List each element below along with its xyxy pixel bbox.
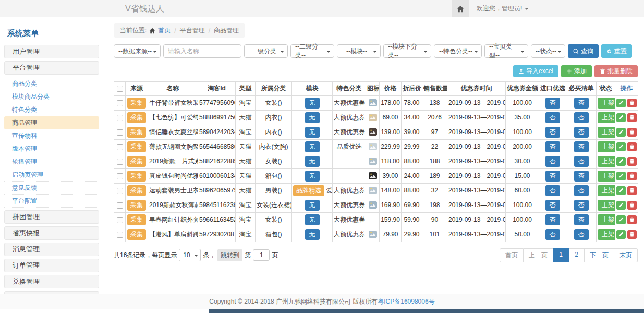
reset-button[interactable]: 重置 [601,44,632,58]
sidebar-item-商品分类[interactable]: 商品分类 [4,77,99,90]
sidebar-item-省惠快报[interactable]: 省惠快报 [4,226,99,240]
row-checkbox[interactable] [117,232,123,238]
module-none-button[interactable]: 无 [305,229,320,240]
delete-button[interactable] [627,157,637,166]
module-none-button[interactable]: 无 [305,214,320,225]
status-button[interactable]: 上架 [598,141,615,152]
must-buy-toggle[interactable]: 否 [574,112,589,123]
user-menu[interactable]: 欢迎您，管理员! [469,0,529,17]
edit-button[interactable] [616,128,626,137]
page-button-上一页[interactable]: 上一页 [524,248,553,262]
import-select-toggle[interactable]: 否 [545,141,560,152]
delete-button[interactable] [627,201,637,210]
delete-button[interactable] [627,186,637,195]
edit-button[interactable] [616,99,626,107]
sidebar-item-特色分类[interactable]: 特色分类 [4,103,99,116]
import-excel-button[interactable]: 导入excel [513,65,558,77]
module-none-button[interactable]: 无 [305,98,320,109]
must-buy-toggle[interactable]: 否 [574,156,589,167]
status-button[interactable]: 上架 [598,229,615,240]
row-checkbox[interactable] [117,202,123,209]
must-buy-toggle[interactable]: 否 [574,185,589,196]
row-checkbox[interactable] [117,217,123,223]
filter-select-模块下分类[interactable]: --模块下分类-- [383,44,431,58]
home-button[interactable] [452,0,469,17]
edit-button[interactable] [616,157,626,166]
row-checkbox[interactable] [117,188,123,194]
edit-button[interactable] [616,201,626,210]
edit-button[interactable] [616,113,626,122]
filter-select-状态[interactable]: --状态-- [531,44,565,58]
filter-select-宝贝类型[interactable]: --宝贝类型-- [484,44,528,58]
status-button[interactable]: 上架 [598,171,615,182]
edit-button[interactable] [616,172,626,180]
filter-select-二级分类[interactable]: --二级分类-- [290,44,334,58]
import-select-toggle[interactable]: 否 [545,98,560,109]
edit-button[interactable] [616,186,626,195]
status-button[interactable]: 上架 [598,185,615,196]
name-search-input[interactable] [163,44,241,58]
filter-select-模块[interactable]: --模块-- [337,44,381,58]
row-checkbox[interactable] [117,159,123,165]
module-none-button[interactable]: 无 [305,156,320,167]
must-buy-toggle[interactable]: 否 [574,200,589,211]
sidebar-item-拼团管理[interactable]: 拼团管理 [4,210,99,224]
row-checkbox[interactable] [117,129,123,136]
sidebar-item-意见反馈[interactable]: 意见反馈 [4,182,99,195]
must-buy-toggle[interactable]: 否 [574,141,589,152]
icp-link[interactable]: 粤ICP备16098006号 [378,297,434,306]
import-select-toggle[interactable]: 否 [545,112,560,123]
search-button[interactable]: 查询 [568,44,599,58]
edit-button[interactable] [616,142,626,151]
delete-button[interactable] [627,99,637,107]
sidebar-item-用户管理[interactable]: 用户管理 [4,45,99,58]
filter-select-一级分类[interactable]: 一级分类 [244,44,288,58]
page-button-1[interactable]: 1 [553,248,569,262]
import-select-toggle[interactable]: 否 [545,171,560,182]
breadcrumb-home-link[interactable]: 首页 [158,26,171,35]
per-page-select[interactable]: 10 [179,249,201,261]
status-button[interactable]: 上架 [598,200,615,211]
import-select-toggle[interactable]: 否 [545,185,560,196]
module-none-button[interactable]: 无 [305,141,320,152]
filter-select-数据来源[interactable]: --数据来源-- [114,44,161,58]
status-button[interactable]: 上架 [598,127,615,138]
delete-button[interactable] [627,230,637,239]
sidebar-item-订单管理[interactable]: 订单管理 [4,259,99,272]
import-select-toggle[interactable]: 否 [545,200,560,211]
sidebar-item-平台配置[interactable]: 平台配置 [4,195,99,208]
must-buy-toggle[interactable]: 否 [574,214,589,225]
page-button-末页[interactable]: 末页 [614,248,638,262]
edit-button[interactable] [616,230,626,239]
module-none-button[interactable]: 无 [305,200,320,211]
sidebar-item-兑换管理[interactable]: 兑换管理 [4,275,99,288]
page-button-首页[interactable]: 首页 [500,248,524,262]
row-checkbox[interactable] [117,100,123,106]
must-buy-toggle[interactable]: 否 [574,98,589,109]
sidebar-item-商品管理[interactable]: 商品管理 [4,116,99,129]
must-buy-toggle[interactable]: 否 [574,229,589,240]
filter-select-特色分类[interactable]: --特色分类-- [434,44,482,58]
page-button-下一页[interactable]: 下一页 [585,248,614,262]
sidebar-item-平台管理[interactable]: 平台管理 [4,61,99,75]
sidebar-item-版本管理[interactable]: 版本管理 [4,142,99,155]
batch-delete-button[interactable]: 批量删除 [594,65,638,77]
sidebar-item-宣传物料[interactable]: 宣传物料 [4,129,99,142]
sidebar-item-消息管理[interactable]: 消息管理 [4,243,99,256]
status-button[interactable]: 上架 [598,156,615,167]
must-buy-toggle[interactable]: 否 [574,127,589,138]
status-button[interactable]: 上架 [598,112,615,123]
jump-page-input[interactable] [253,249,270,261]
delete-button[interactable] [627,215,637,224]
delete-button[interactable] [627,172,637,180]
sidebar-item-轮播管理[interactable]: 轮播管理 [4,155,99,168]
sidebar-item-启动页管理[interactable]: 启动页管理 [4,168,99,182]
row-checkbox[interactable] [117,173,123,179]
row-checkbox[interactable] [117,144,123,150]
jump-button[interactable]: 跳转到 [217,249,242,261]
import-select-toggle[interactable]: 否 [545,127,560,138]
delete-button[interactable] [627,128,637,137]
row-checkbox[interactable] [117,115,123,121]
import-select-toggle[interactable]: 否 [545,156,560,167]
delete-button[interactable] [627,142,637,151]
